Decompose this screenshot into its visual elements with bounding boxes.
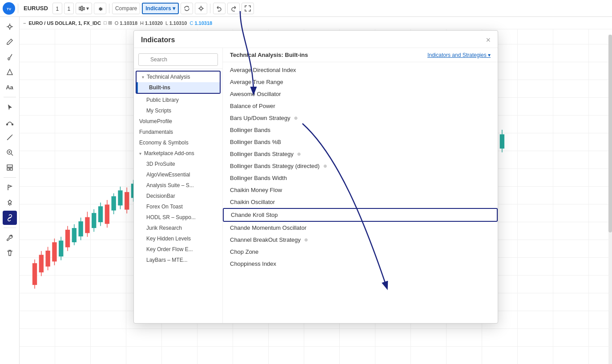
chart-type-btn[interactable]: ▾ — [76, 3, 92, 14]
logo: TV — [3, 2, 15, 15]
svg-text:TV: TV — [7, 7, 12, 11]
compare-label: Compare — [115, 5, 137, 12]
svg-rect-3 — [81, 6, 82, 11]
sep1 — [18, 4, 18, 13]
indicators-btn[interactable]: Indicators ▾ — [142, 3, 178, 14]
sep3 — [210, 4, 210, 13]
svg-rect-2 — [79, 7, 81, 10]
redo-btn[interactable] — [227, 3, 240, 14]
indicators-arrow: ▾ — [173, 5, 175, 12]
theme-btn[interactable] — [195, 3, 207, 14]
sync-btn[interactable] — [181, 3, 193, 14]
main-toolbar: TV EURUSD 1 1 ▾ Compare Indicators ▾ — [0, 0, 612, 17]
svg-rect-4 — [83, 8, 85, 10]
interval1[interactable]: 1 — [52, 3, 62, 14]
sep2 — [109, 4, 109, 13]
chart-type-arrow: ▾ — [86, 5, 89, 12]
fullscreen-btn[interactable] — [242, 3, 254, 14]
indicators-label: Indicators — [145, 5, 171, 12]
symbol-label[interactable]: EURUSD — [21, 5, 51, 12]
undo-btn[interactable] — [213, 3, 225, 14]
svg-point-5 — [200, 7, 202, 10]
settings-btn[interactable] — [94, 3, 106, 14]
compare-btn[interactable]: Compare — [112, 3, 140, 14]
interval2[interactable]: 1 — [64, 3, 74, 14]
